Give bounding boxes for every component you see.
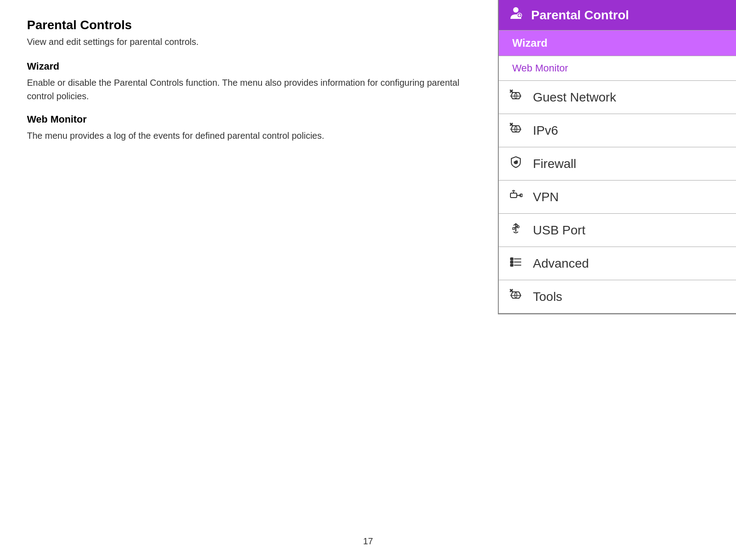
page-description: View and edit settings for parental cont… bbox=[27, 37, 467, 47]
svg-point-0 bbox=[513, 7, 519, 13]
guest-network-icon bbox=[508, 89, 524, 106]
advanced-icon bbox=[508, 255, 524, 272]
section-webmonitor-description: The menu provides a log of the events fo… bbox=[27, 129, 467, 142]
sidebar-guest-network-label: Guest Network bbox=[533, 90, 616, 105]
vpn-icon bbox=[508, 189, 524, 205]
sidebar-advanced-label: Advanced bbox=[533, 256, 589, 271]
svg-rect-16 bbox=[513, 228, 514, 229]
svg-rect-10 bbox=[510, 193, 517, 198]
sidebar-firewall-label: Firewall bbox=[533, 157, 576, 171]
sidebar-item-wizard[interactable]: Wizard bbox=[499, 31, 736, 56]
sidebar-item-advanced[interactable]: Advanced bbox=[499, 247, 736, 280]
svg-rect-23 bbox=[510, 264, 513, 266]
sidebar-vpn-label: VPN bbox=[533, 190, 559, 204]
sidebar-item-parental-control[interactable]: Parental Control bbox=[499, 0, 736, 31]
firewall-icon bbox=[508, 155, 524, 172]
sidebar-item-guest-network[interactable]: Guest Network bbox=[499, 81, 736, 114]
section-wizard-description: Enable or disable the Parental Controls … bbox=[27, 76, 467, 103]
section-wizard-title: Wizard bbox=[27, 61, 467, 72]
sidebar: Parental Control Wizard Web Monitor Gues… bbox=[498, 0, 736, 314]
ipv6-icon bbox=[508, 122, 524, 139]
sidebar-wizard-label: Wizard bbox=[512, 37, 547, 49]
sidebar-item-web-monitor[interactable]: Web Monitor bbox=[499, 56, 736, 81]
sidebar-header-label: Parental Control bbox=[531, 8, 629, 22]
sidebar-item-tools[interactable]: Tools bbox=[499, 280, 736, 313]
svg-rect-19 bbox=[510, 258, 513, 260]
section-webmonitor-title: Web Monitor bbox=[27, 114, 467, 125]
sidebar-item-ipv6[interactable]: IPv6 bbox=[499, 114, 736, 147]
sidebar-item-usb-port[interactable]: USB Port bbox=[499, 214, 736, 247]
tools-icon bbox=[508, 288, 524, 305]
sidebar-webmonitor-label: Web Monitor bbox=[512, 62, 568, 74]
sidebar-tools-label: Tools bbox=[533, 290, 562, 304]
page-number: 17 bbox=[363, 536, 373, 547]
parental-control-icon bbox=[508, 6, 524, 24]
usb-port-icon bbox=[508, 222, 524, 238]
page-title: Parental Controls bbox=[27, 18, 467, 32]
sidebar-item-vpn[interactable]: VPN bbox=[499, 181, 736, 214]
sidebar-usb-port-label: USB Port bbox=[533, 223, 585, 238]
main-content: Parental Controls View and edit settings… bbox=[0, 0, 494, 560]
sidebar-item-firewall[interactable]: Firewall bbox=[499, 147, 736, 181]
sidebar-ipv6-label: IPv6 bbox=[533, 123, 558, 138]
svg-rect-21 bbox=[510, 261, 513, 263]
